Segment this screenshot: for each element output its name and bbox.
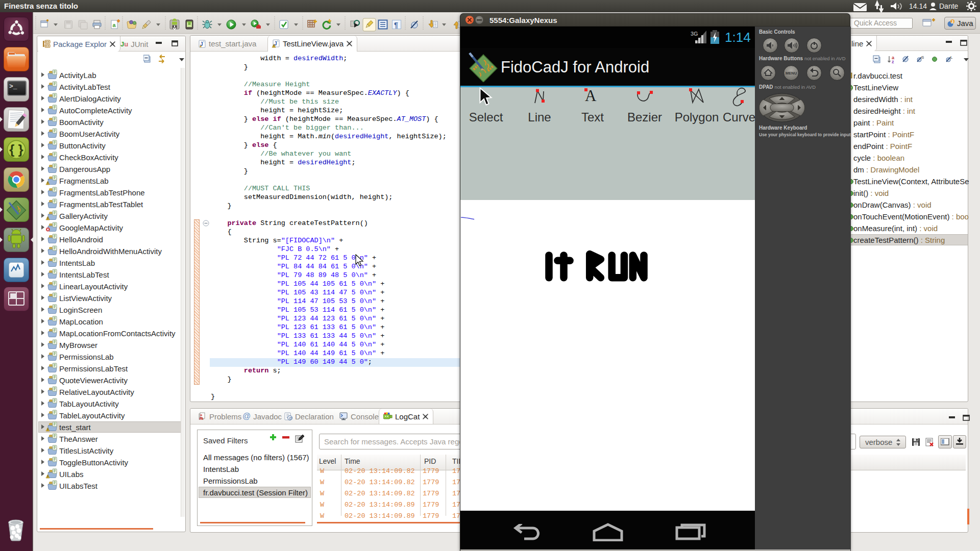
- svg-text:@: @: [289, 416, 292, 420]
- svg-text:L: L: [950, 55, 953, 60]
- svg-text:a: a: [113, 22, 116, 28]
- svg-text:MENU: MENU: [786, 71, 797, 76]
- svg-text:14.14: 14.14: [909, 2, 927, 10]
- svg-text:J: J: [951, 19, 953, 24]
- svg-text:{ }: { }: [9, 142, 23, 157]
- svg-text:Dante: Dante: [939, 2, 959, 10]
- svg-text:z: z: [892, 59, 894, 64]
- svg-text:¶: ¶: [394, 21, 398, 29]
- svg-text:S: S: [921, 55, 924, 60]
